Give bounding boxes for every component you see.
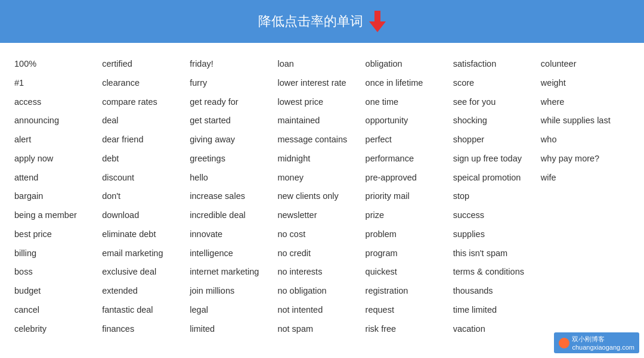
list-item: shopper [451, 130, 538, 150]
list-item: no cost [275, 225, 363, 244]
list-item: see for you [451, 93, 538, 112]
list-item: one time [363, 93, 451, 112]
list-item: legal [187, 301, 275, 320]
list-item: maintained [275, 111, 363, 130]
list-item: dear friend [100, 130, 187, 150]
word-grid: 100%#1accessannouncingalertapply nowatte… [12, 55, 626, 338]
list-item: message contains [275, 130, 363, 150]
list-item: opportunity [363, 111, 451, 130]
list-item: where [538, 93, 626, 112]
list-item: certified [100, 55, 187, 74]
list-item: lower interest rate [275, 74, 363, 93]
list-item: exclusive deal [100, 263, 187, 282]
list-item: giving away [187, 130, 275, 150]
list-item [538, 217, 626, 223]
list-item: supplies [451, 225, 538, 244]
arrow-down-icon [369, 11, 386, 32]
list-item: clearance [100, 74, 187, 93]
list-item: deal [100, 111, 187, 130]
list-item: lowest price [275, 93, 363, 112]
list-item: risk free [363, 320, 451, 339]
list-item: quickest [363, 263, 451, 282]
list-item: vacation [451, 320, 538, 339]
list-item [538, 199, 626, 205]
list-item: while supplies last [538, 111, 626, 130]
list-item: best price [12, 225, 100, 244]
list-item: speical promotion [451, 169, 538, 188]
list-item: fantastic deal [100, 301, 187, 320]
list-item: money [275, 169, 363, 188]
word-col-6: satisfactionscoresee for youshockingshop… [451, 55, 538, 338]
word-col-5: obligationonce in lifetimeone timeopport… [363, 55, 451, 338]
word-col-2: certifiedclearancecompare ratesdealdear … [100, 55, 187, 338]
list-item: not intented [275, 301, 363, 320]
list-item: cancel [12, 301, 100, 320]
list-item: don't [100, 187, 187, 206]
word-col-4: loanlower interest ratelowest pricemaint… [275, 55, 363, 338]
list-item [538, 205, 626, 211]
header-bar: 降低点击率的单词 [0, 0, 644, 43]
list-item: limited [187, 320, 275, 339]
list-item: get started [187, 111, 275, 130]
list-item: apply now [12, 150, 100, 169]
list-item: email marketing [100, 244, 187, 263]
list-item: eliminate debt [100, 225, 187, 244]
watermark: 双小刚博客chuangxiaogang.com [554, 332, 639, 353]
list-item: increase sales [187, 187, 275, 206]
list-item: compare rates [100, 93, 187, 112]
list-item: program [363, 244, 451, 263]
list-item: being a member [12, 206, 100, 225]
list-item: performance [363, 150, 451, 169]
list-item: hello [187, 169, 275, 188]
list-item: 100% [12, 55, 100, 74]
list-item: celebrity [12, 320, 100, 339]
list-item: weight [538, 74, 626, 93]
list-item: debt [100, 150, 187, 169]
list-item: score [451, 74, 538, 93]
list-item [538, 187, 626, 193]
header-title: 降低点击率的单词 [258, 13, 363, 30]
watermark-icon [559, 338, 569, 348]
list-item: time limited [451, 301, 538, 320]
list-item: obligation [363, 55, 451, 74]
watermark-text: 双小刚博客chuangxiaogang.com [572, 335, 634, 351]
list-item: request [363, 301, 451, 320]
list-item [538, 229, 626, 235]
list-item: new clients only [275, 187, 363, 206]
list-item: #1 [12, 74, 100, 93]
list-item: budget [12, 282, 100, 301]
list-item: extended [100, 282, 187, 301]
list-item: newsletter [275, 206, 363, 225]
list-item: prize [363, 206, 451, 225]
list-item: innovate [187, 225, 275, 244]
list-item: boss [12, 263, 100, 282]
list-item [538, 223, 626, 229]
list-item: no interests [275, 263, 363, 282]
list-item: bargain [12, 187, 100, 206]
list-item: sign up free today [451, 150, 538, 169]
list-item: this isn't spam [451, 244, 538, 263]
list-item: attend [12, 169, 100, 188]
list-item: who [538, 130, 626, 150]
list-item: shocking [451, 111, 538, 130]
list-item: problem [363, 225, 451, 244]
list-item: success [451, 206, 538, 225]
list-item: announcing [12, 111, 100, 130]
list-item: once in lifetime [363, 74, 451, 93]
list-item: internet marketing [187, 263, 275, 282]
list-item: why pay more? [538, 150, 626, 169]
word-col-1: 100%#1accessannouncingalertapply nowatte… [12, 55, 100, 338]
list-item: intelligence [187, 244, 275, 263]
list-item: registration [363, 282, 451, 301]
list-item: colunteer [538, 55, 626, 74]
word-col-7: colunteerweightwherewhile supplies lastw… [538, 55, 626, 338]
list-item: loan [275, 55, 363, 74]
list-item: incredible deal [187, 206, 275, 225]
list-item: billing [12, 244, 100, 263]
list-item: finances [100, 320, 187, 339]
list-item: get ready for [187, 93, 275, 112]
list-item: pre-approved [363, 169, 451, 188]
list-item: midnight [275, 150, 363, 169]
list-item: priority mail [363, 187, 451, 206]
list-item: alert [12, 130, 100, 150]
